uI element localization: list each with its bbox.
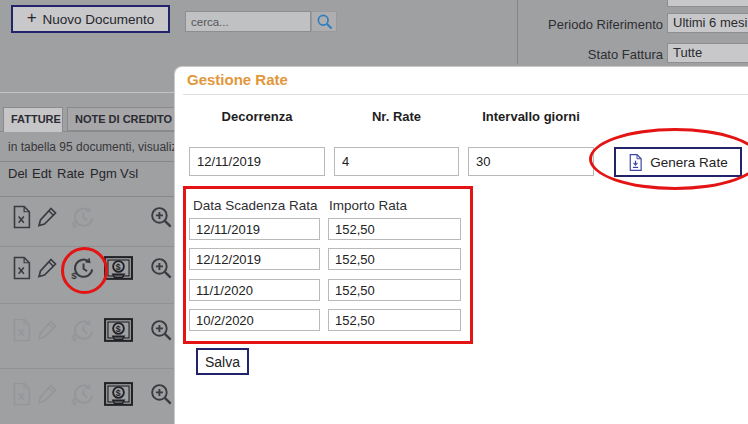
tab-fatture[interactable]: FATTURE <box>3 107 63 132</box>
filter-box-partial[interactable] <box>667 0 748 7</box>
payment-icon[interactable]: $ <box>103 381 134 408</box>
rata-importo-input[interactable] <box>328 309 461 331</box>
stato-fattura-select[interactable]: Tutte <box>667 43 748 63</box>
data-scadenza-header: Data Scadenza Rata <box>193 198 318 213</box>
table-top-border <box>0 161 190 162</box>
svg-text:$: $ <box>116 262 121 272</box>
view-document-icon[interactable] <box>148 204 175 231</box>
svg-text:$: $ <box>71 219 77 230</box>
search-icon <box>316 13 333 30</box>
doc-col-header: Vsl <box>120 166 138 181</box>
view-document-icon[interactable] <box>148 255 175 282</box>
rata-importo-input[interactable] <box>328 218 461 240</box>
rata-importo-input[interactable] <box>328 248 461 270</box>
svg-text:$: $ <box>71 270 77 281</box>
stato-fattura-label: Stato Fattura <box>520 47 663 62</box>
view-document-icon[interactable] <box>148 381 175 408</box>
doc-col-header: Pgm <box>90 166 117 181</box>
row-divider <box>0 368 190 369</box>
intervallo-giorni-label: Intervallo giorni <box>468 109 594 124</box>
svg-text:$: $ <box>116 388 121 398</box>
table-info-text: in tabella 95 documenti, visualizzati <box>8 140 196 154</box>
row-divider <box>0 303 190 304</box>
rata-importo-input[interactable] <box>328 279 461 301</box>
edit-document-icon <box>36 317 60 341</box>
tab-note-di-credito[interactable]: NOTE DI CREDITO <box>67 107 187 131</box>
rata-date-input[interactable] <box>189 279 320 301</box>
modal-title: Gestione Rate <box>187 71 288 88</box>
periodo-riferimento-select[interactable]: Ultimi 6 mesi <box>667 13 748 33</box>
decorrenza-label: Decorrenza <box>189 109 325 124</box>
importo-rata-header: Importo Rata <box>329 198 407 213</box>
doc-col-header: Edt <box>32 166 52 181</box>
genera-rate-label: Genera Rate <box>650 155 727 170</box>
decorrenza-input[interactable] <box>189 147 325 176</box>
view-document-icon[interactable] <box>148 317 175 344</box>
new-document-button[interactable]: + Nuovo Documento <box>11 5 170 33</box>
edit-document-icon <box>36 381 60 405</box>
delete-document-icon <box>11 317 32 343</box>
svg-text:$: $ <box>71 332 77 343</box>
edit-document-icon[interactable] <box>36 255 60 279</box>
table-row: $ $ <box>0 204 190 238</box>
rata-date-input[interactable] <box>189 309 320 331</box>
row-divider <box>0 246 190 247</box>
edit-document-icon[interactable] <box>36 204 60 228</box>
new-document-label: Nuovo Documento <box>43 12 155 27</box>
intervallo-giorni-input[interactable] <box>468 147 594 176</box>
top-divider <box>517 0 518 64</box>
rate-history-icon: $ <box>69 381 96 408</box>
svg-text:$: $ <box>116 324 121 334</box>
delete-document-icon[interactable] <box>11 204 32 230</box>
plus-icon: + <box>27 8 37 28</box>
payment-icon[interactable]: $ <box>103 317 134 344</box>
search-input[interactable] <box>185 11 311 32</box>
rate-history-icon: $ <box>69 204 96 231</box>
payment-icon[interactable]: $ <box>103 255 134 282</box>
gestione-rate-modal: Gestione Rate Decorrenza Nr. Rate Interv… <box>174 66 748 424</box>
table-row: $ $ <box>0 381 190 415</box>
genera-rate-button[interactable]: Genera Rate <box>614 147 742 177</box>
doc-col-header: Del <box>8 166 28 181</box>
periodo-riferimento-label: Periodo Riferimento <box>520 17 663 32</box>
search-button[interactable] <box>311 11 337 32</box>
table-header-border <box>0 196 190 197</box>
nr-rate-input[interactable] <box>334 147 459 176</box>
delete-document-icon <box>11 381 32 407</box>
delete-document-icon[interactable] <box>11 255 32 281</box>
rate-history-icon: $ <box>69 317 96 344</box>
rata-date-input[interactable] <box>189 218 320 240</box>
modal-title-divider <box>183 94 748 95</box>
app-screen: + Nuovo Documento Periodo Riferimento Ul… <box>0 0 748 424</box>
nr-rate-label: Nr. Rate <box>334 109 459 124</box>
svg-text:$: $ <box>71 396 77 407</box>
generate-document-icon <box>628 153 643 172</box>
table-row: $ $ <box>0 317 190 351</box>
salva-button[interactable]: Salva <box>196 348 249 375</box>
table-row: $ $ <box>0 255 190 289</box>
doc-col-header: Rate <box>57 166 84 181</box>
rata-date-input[interactable] <box>189 248 320 270</box>
rate-history-icon[interactable]: $ <box>69 255 96 282</box>
